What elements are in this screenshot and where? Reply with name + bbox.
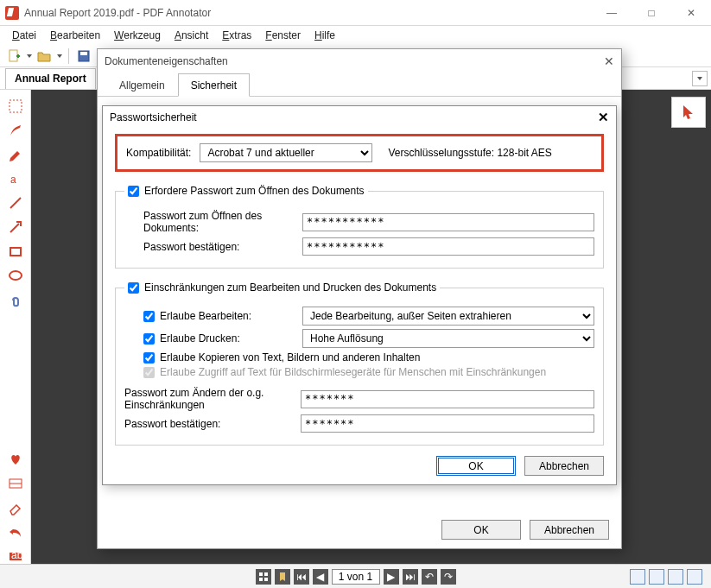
pwd-close-icon[interactable]: ✕ — [598, 110, 609, 125]
next-page-icon[interactable]: ▶ — [384, 569, 399, 585]
svg-line-10 — [10, 224, 19, 232]
open-pw-confirm-input[interactable] — [302, 237, 594, 256]
open-dropdown[interactable] — [56, 47, 62, 65]
svg-text:abI: abI — [11, 549, 23, 561]
highlighter-icon[interactable] — [8, 147, 23, 162]
app-icon — [5, 6, 19, 20]
perm-pw-label: Passwort zum Ändern der o.g. Einschränku… — [124, 387, 294, 411]
new-doc-dropdown[interactable] — [26, 47, 32, 65]
maximize-button[interactable]: □ — [632, 0, 671, 26]
open-pw-input[interactable] — [302, 213, 594, 231]
bookmark-nav-icon[interactable] — [275, 569, 290, 585]
minimize-button[interactable]: — — [592, 0, 632, 26]
menubar: Datei Bearbeiten Werkzeug Ansicht Extras… — [0, 26, 711, 45]
sidebar: a abI — [0, 90, 31, 564]
arrow-icon[interactable] — [8, 219, 23, 235]
allow-copy-label: Erlaube Kopieren von Text, Bildern und a… — [160, 351, 420, 364]
props-close-icon[interactable]: ✕ — [604, 54, 614, 68]
first-page-icon[interactable]: ⏮ — [294, 569, 309, 585]
document-tab[interactable]: Annual Report — [5, 68, 96, 89]
rect-icon[interactable] — [8, 243, 23, 259]
open-folder-icon[interactable] — [35, 47, 53, 65]
svg-rect-7 — [10, 100, 22, 112]
pwd-cancel-button[interactable]: Abbrechen — [524, 456, 604, 476]
pwd-ok-button[interactable]: OK — [436, 456, 516, 476]
svg-rect-11 — [10, 248, 21, 256]
menu-bearbeiten[interactable]: Bearbeiten — [45, 28, 105, 43]
save-icon[interactable] — [75, 47, 92, 65]
password-security-dialog: Passwortsicherheit ✕ Kompatibilität: Acr… — [102, 105, 617, 485]
restrictions-legend: Einschränkungen zum Bearbeiten und Druck… — [144, 281, 436, 294]
pwd-dialog-title: Passwortsicherheit — [110, 111, 197, 123]
svg-rect-0 — [10, 50, 17, 61]
allow-edit-checkbox[interactable] — [143, 311, 155, 322]
line-icon[interactable] — [8, 195, 23, 211]
svg-point-12 — [10, 271, 22, 280]
perm-pw-confirm-input[interactable] — [301, 414, 594, 433]
allow-print-checkbox[interactable] — [143, 333, 155, 345]
compatibility-row: Kompatibilität: Acrobat 7 und aktueller … — [115, 134, 604, 172]
open-password-group: Erfordere Passwort zum Öffnen des Dokume… — [115, 182, 604, 269]
prev-page-icon[interactable]: ◀ — [313, 569, 328, 585]
svg-rect-18 — [264, 572, 268, 576]
undo-icon[interactable] — [8, 524, 23, 540]
view-two-cont-icon[interactable] — [687, 569, 702, 585]
menu-extras[interactable]: Extras — [217, 28, 257, 43]
page-input[interactable] — [332, 569, 380, 585]
menu-fenster[interactable]: Fenster — [260, 28, 306, 43]
open-pw-label: Passwort zum Öffnen des Dokuments: — [143, 210, 295, 234]
allow-access-label: Erlaube Zugriff auf Text für Bildschirml… — [160, 366, 546, 378]
svg-rect-2 — [80, 52, 87, 55]
view-cont-icon[interactable] — [649, 569, 664, 585]
allow-print-label: Erlaube Drucken: — [160, 332, 240, 345]
ellipse-icon[interactable] — [8, 268, 23, 283]
nav-fwd-icon[interactable]: ↷ — [441, 569, 456, 585]
props-ok-button[interactable]: OK — [441, 520, 521, 540]
allow-copy-checkbox[interactable] — [143, 352, 155, 364]
menu-werkzeug[interactable]: Werkzeug — [109, 28, 166, 43]
require-open-pw-checkbox[interactable] — [128, 186, 139, 197]
menu-hilfe[interactable]: Hilfe — [309, 28, 340, 43]
text-box-icon[interactable]: abI — [8, 548, 23, 564]
window-title: Annual Report 2019.pdf - PDF Annotator — [24, 7, 211, 19]
open-pw-confirm-label: Passwort bestätigen: — [143, 241, 295, 253]
view-two-icon[interactable] — [668, 569, 683, 585]
require-open-pw-label: Erfordere Passwort zum Öffnen des Dokume… — [144, 185, 365, 197]
eraser-icon[interactable] — [8, 500, 23, 515]
view-single-icon[interactable] — [630, 569, 645, 585]
close-button[interactable]: ✕ — [671, 0, 711, 26]
tab-dropdown[interactable] — [692, 71, 708, 86]
allow-print-select[interactable]: Hohe Auflösung — [302, 329, 594, 348]
cursor-palette[interactable] — [671, 97, 706, 128]
allow-edit-label: Erlaube Bearbeiten: — [160, 310, 251, 322]
props-dialog-title: Dokumenteneigenschaften — [105, 55, 228, 67]
tab-security[interactable]: Sicherheit — [178, 73, 250, 97]
perm-pw-input[interactable] — [301, 390, 594, 408]
compat-select[interactable]: Acrobat 7 und aktueller — [200, 143, 372, 162]
last-page-icon[interactable]: ⏭ — [403, 569, 418, 585]
svg-line-9 — [10, 198, 21, 208]
svg-rect-19 — [259, 578, 263, 581]
encryption-level-label: Verschlüsselungsstufe: 128-bit AES — [388, 147, 551, 159]
svg-text:a: a — [10, 174, 16, 186]
tab-general[interactable]: Allgemein — [106, 73, 178, 96]
titlebar: Annual Report 2019.pdf - PDF Annotator —… — [0, 0, 711, 26]
thumbs-icon[interactable] — [256, 569, 271, 585]
attachment-icon[interactable] — [8, 292, 23, 307]
allow-edit-select[interactable]: Jede Bearbeitung, außer Seiten extrahier… — [302, 307, 594, 326]
pen-icon[interactable] — [8, 123, 23, 138]
perm-pw-confirm-label: Passwort bestätigen: — [124, 418, 294, 430]
menu-ansicht[interactable]: Ansicht — [169, 28, 213, 43]
heart-icon[interactable] — [8, 452, 23, 467]
rect-select-icon[interactable] — [8, 98, 23, 114]
allow-access-checkbox — [143, 367, 155, 378]
statusbar: ⏮ ◀ ▶ ⏭ ↶ ↷ — [0, 564, 711, 588]
stamp-icon[interactable] — [8, 476, 23, 491]
restrictions-checkbox[interactable] — [128, 282, 139, 294]
svg-rect-17 — [259, 572, 263, 576]
props-cancel-button[interactable]: Abbrechen — [530, 520, 609, 540]
menu-datei[interactable]: Datei — [7, 28, 41, 43]
nav-back-icon[interactable]: ↶ — [422, 569, 437, 585]
text-icon[interactable]: a — [8, 171, 23, 187]
new-doc-icon[interactable] — [5, 47, 22, 65]
